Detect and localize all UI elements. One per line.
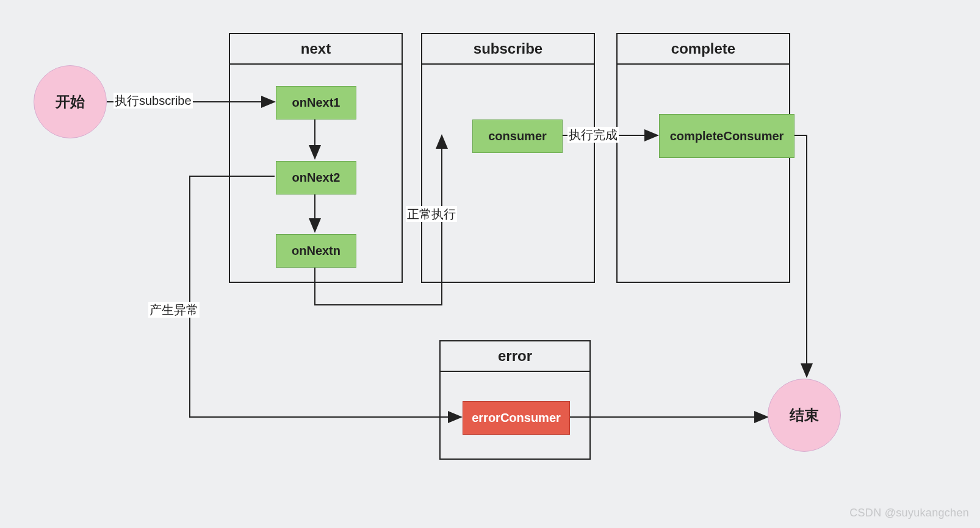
- package-error: error errorConsumer: [439, 340, 591, 460]
- package-next: next onNext1 onNext2 onNextn: [229, 33, 403, 283]
- box-onnext2: onNext2: [276, 161, 356, 194]
- edge-label-next-error: 产生异常: [148, 302, 200, 318]
- package-subscribe: subscribe consumer: [421, 33, 595, 283]
- end-label: 结束: [790, 405, 819, 425]
- box-errorconsumer: errorConsumer: [463, 401, 570, 435]
- package-next-title: next: [230, 34, 402, 65]
- package-subscribe-title: subscribe: [422, 34, 594, 65]
- box-onnext1: onNext1: [276, 86, 356, 120]
- box-onnextn: onNextn: [276, 234, 356, 268]
- edge-label-start-next: 执行subscribe: [113, 93, 193, 109]
- edge-label-subscribe-complete: 执行完成: [567, 127, 619, 143]
- end-node: 结束: [768, 379, 841, 452]
- start-label: 开始: [56, 92, 85, 112]
- edge-label-next-subscribe: 正常执行: [406, 206, 457, 222]
- box-consumer: consumer: [472, 120, 563, 153]
- package-error-title: error: [441, 341, 589, 372]
- watermark: CSDN @suyukangchen: [849, 507, 969, 519]
- diagram-canvas: 开始 结束 next onNext1 onNext2 onNextn subsc…: [0, 0, 980, 528]
- package-complete-title: complete: [618, 34, 789, 65]
- package-complete: complete completeConsumer: [616, 33, 790, 283]
- box-completeconsumer: completeConsumer: [659, 114, 794, 158]
- start-node: 开始: [34, 65, 107, 138]
